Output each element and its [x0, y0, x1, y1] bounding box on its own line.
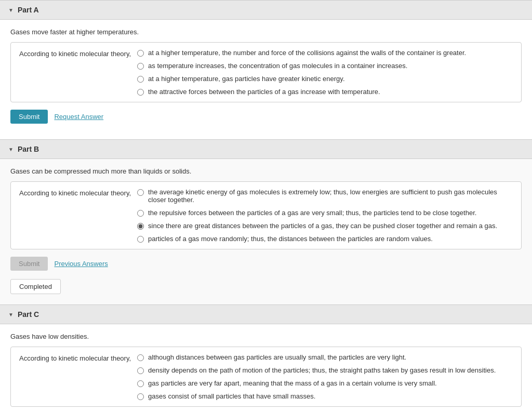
- part-a-description: Gases move faster at higher temperatures…: [10, 28, 522, 36]
- list-item[interactable]: density depends on the path of motion of…: [137, 366, 513, 374]
- part-b-header: ▼ Part B: [0, 139, 532, 159]
- part-c-section: ▼ Part C Gases have low densities. Accor…: [0, 304, 532, 411]
- part-c-option-1-text: density depends on the path of motion of…: [148, 366, 496, 374]
- list-item[interactable]: although distances between gas particles…: [137, 353, 513, 361]
- part-a-submit-button[interactable]: Submit: [10, 110, 48, 124]
- part-c-header: ▼ Part C: [0, 304, 532, 324]
- part-c-chevron-icon: ▼: [8, 312, 14, 317]
- part-c-question-box: According to kinetic molecular theory, a…: [10, 347, 522, 407]
- part-b-options-list: the average kinetic energy of gas molecu…: [137, 188, 513, 243]
- part-a-option-2-radio[interactable]: [137, 76, 144, 83]
- part-a-option-1-text: as temperature increases, the concentrat…: [148, 62, 407, 70]
- part-c-title: Part C: [18, 310, 39, 319]
- part-a-action-row: Submit Request Answer: [10, 110, 522, 124]
- part-a-content: Gases move faster at higher temperatures…: [0, 20, 532, 139]
- part-b-content: Gases can be compressed much more than l…: [0, 159, 532, 304]
- part-c-option-0-text: although distances between gas particles…: [148, 353, 406, 361]
- part-b-completed-badge: Completed: [10, 279, 61, 294]
- part-b-previous-answers-link[interactable]: Previous Answers: [54, 260, 108, 268]
- part-a-option-3-text: the attractive forces between the partic…: [148, 88, 380, 96]
- list-item[interactable]: since there are great distances between …: [137, 222, 513, 230]
- list-item[interactable]: the average kinetic energy of gas molecu…: [137, 188, 513, 204]
- part-b-option-0-text: the average kinetic energy of gas molecu…: [148, 188, 513, 204]
- part-a-options-list: at a higher temperature, the number and …: [137, 49, 513, 96]
- part-c-content: Gases have low densities. According to k…: [0, 324, 532, 411]
- part-a-title: Part A: [18, 6, 39, 14]
- part-b-option-3-text: particles of a gas move randomly; thus, …: [148, 235, 433, 243]
- list-item[interactable]: the attractive forces between the partic…: [137, 88, 513, 96]
- list-item[interactable]: gas particles are very far apart, meanin…: [137, 379, 513, 387]
- part-b-title: Part B: [18, 145, 39, 153]
- part-b-question-row: According to kinetic molecular theory, t…: [19, 188, 513, 243]
- part-b-action-row: Submit Previous Answers: [10, 257, 522, 271]
- part-c-option-0-radio[interactable]: [137, 354, 144, 361]
- part-a-option-3-radio[interactable]: [137, 89, 144, 96]
- part-a-section: ▼ Part A Gases move faster at higher tem…: [0, 0, 532, 139]
- part-c-option-2-text: gas particles are very far apart, meanin…: [148, 379, 437, 387]
- part-a-question-label: According to kinetic molecular theory,: [19, 49, 137, 58]
- part-a-option-1-radio[interactable]: [137, 63, 144, 70]
- part-b-section: ▼ Part B Gases can be compressed much mo…: [0, 139, 532, 304]
- list-item[interactable]: particles of a gas move randomly; thus, …: [137, 235, 513, 243]
- page-container: ▼ Part A Gases move faster at higher tem…: [0, 0, 532, 411]
- part-c-question-row: According to kinetic molecular theory, a…: [19, 353, 513, 400]
- list-item[interactable]: as temperature increases, the concentrat…: [137, 62, 513, 70]
- list-item[interactable]: at a higher temperature, the number and …: [137, 49, 513, 57]
- part-b-option-2-text: since there are great distances between …: [148, 222, 497, 230]
- part-c-description: Gases have low densities.: [10, 333, 522, 340]
- part-a-header: ▼ Part A: [0, 0, 532, 20]
- part-b-submit-button[interactable]: Submit: [10, 257, 48, 271]
- part-b-option-0-radio[interactable]: [137, 189, 144, 196]
- part-a-question-box: According to kinetic molecular theory, a…: [10, 42, 522, 102]
- part-b-option-1-text: the repulsive forces between the particl…: [148, 209, 476, 217]
- part-c-option-1-radio[interactable]: [137, 367, 144, 374]
- part-c-option-3-radio[interactable]: [137, 393, 144, 400]
- part-a-chevron-icon: ▼: [8, 7, 14, 13]
- part-a-request-answer-link[interactable]: Request Answer: [54, 113, 103, 121]
- part-a-question-row: According to kinetic molecular theory, a…: [19, 49, 513, 96]
- part-b-option-1-radio[interactable]: [137, 210, 144, 217]
- part-c-option-3-text: gases consist of small particles that ha…: [148, 392, 315, 400]
- part-b-question-box: According to kinetic molecular theory, t…: [10, 181, 522, 249]
- list-item[interactable]: at a higher temperature, gas particles h…: [137, 75, 513, 83]
- part-c-option-2-radio[interactable]: [137, 380, 144, 387]
- list-item[interactable]: gases consist of small particles that ha…: [137, 392, 513, 400]
- part-a-option-0-text: at a higher temperature, the number and …: [148, 49, 466, 57]
- part-c-options-list: although distances between gas particles…: [137, 353, 513, 400]
- part-b-chevron-icon: ▼: [8, 147, 14, 152]
- part-b-description: Gases can be compressed much more than l…: [10, 167, 522, 175]
- part-a-option-0-radio[interactable]: [137, 50, 144, 57]
- part-b-option-2-radio[interactable]: [137, 223, 144, 230]
- part-b-question-label: According to kinetic molecular theory,: [19, 188, 137, 197]
- part-b-option-3-radio[interactable]: [137, 236, 144, 243]
- part-c-question-label: According to kinetic molecular theory,: [19, 353, 137, 362]
- part-a-option-2-text: at a higher temperature, gas particles h…: [148, 75, 344, 83]
- list-item[interactable]: the repulsive forces between the particl…: [137, 209, 513, 217]
